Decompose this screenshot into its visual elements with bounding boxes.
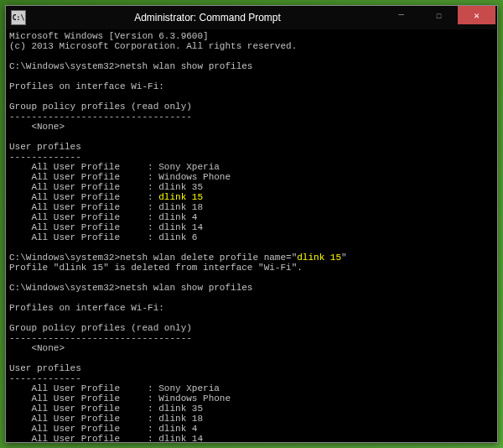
header-line-1: Microsoft Windows [Version 6.3.9600]: [9, 31, 209, 41]
profile-b5: dlink 4: [158, 424, 197, 434]
delete-result: Profile "dlink 15" is deleted from inter…: [9, 263, 303, 273]
profile-b4: dlink 18: [158, 414, 203, 424]
maximize-button[interactable]: ☐: [420, 6, 458, 24]
aup-b3: All User Profile :: [9, 404, 158, 414]
profile-4-highlight: dlink 15: [158, 192, 203, 202]
dashes-up-2: -------------: [9, 373, 81, 383]
command-2c: ": [341, 253, 347, 263]
dashes-gp-1: ---------------------------------: [9, 112, 192, 122]
profiles-on-2: Profiles on interface Wi-Fi:: [9, 303, 164, 313]
dashes-up-1: -------------: [9, 152, 81, 162]
aup-2: All User Profile :: [9, 172, 158, 182]
aup-b2: All User Profile :: [9, 393, 158, 404]
command-2a: netsh wlan delete profile name=": [120, 253, 297, 263]
profile-5: dlink 18: [158, 202, 203, 212]
terminal-area[interactable]: Microsoft Windows [Version 6.3.9600] (c)…: [6, 29, 497, 442]
none-1: <None>: [9, 122, 65, 132]
command-prompt-window: C:\ Administrator: Command Prompt ─ ☐ ✕ …: [5, 5, 498, 443]
profile-b1: Sony Xperia: [158, 383, 220, 393]
user-profiles-2: User profiles: [9, 363, 81, 373]
profile-1: Sony Xperia: [158, 162, 220, 172]
profile-3: dlink 35: [158, 182, 203, 192]
aup-b4: All User Profile :: [9, 414, 158, 424]
aup-6: All User Profile :: [9, 212, 158, 222]
prompt-2: C:\Windows\system32>: [9, 253, 120, 263]
user-profiles-1: User profiles: [9, 142, 81, 152]
profile-6: dlink 4: [158, 212, 197, 222]
aup-b5: All User Profile :: [9, 424, 158, 434]
command-1: netsh wlan show profiles: [120, 61, 252, 71]
prompt-3: C:\Windows\system32>: [9, 283, 120, 293]
profile-8: dlink 6: [158, 232, 197, 242]
group-policy-1: Group policy profiles (read only): [9, 102, 192, 112]
aup-7: All User Profile :: [9, 222, 158, 232]
aup-3: All User Profile :: [9, 182, 158, 192]
command-2b-highlight: dlink 15: [297, 253, 341, 263]
close-button[interactable]: ✕: [458, 6, 495, 24]
app-icon-label: C:\: [13, 14, 24, 22]
app-icon: C:\: [11, 10, 26, 25]
none-2: <None>: [9, 343, 65, 353]
aup-b1: All User Profile :: [9, 383, 158, 393]
aup-4: All User Profile :: [9, 192, 158, 202]
window-buttons: ─ ☐ ✕: [382, 6, 495, 29]
aup-8: All User Profile :: [9, 232, 158, 242]
minimize-button[interactable]: ─: [382, 6, 420, 24]
profiles-on-1: Profiles on interface Wi-Fi:: [9, 81, 164, 91]
group-policy-2: Group policy profiles (read only): [9, 323, 192, 333]
titlebar[interactable]: C:\ Administrator: Command Prompt ─ ☐ ✕: [6, 6, 497, 29]
aup-1: All User Profile :: [9, 162, 158, 172]
prompt-1: C:\Windows\system32>: [9, 61, 120, 71]
profile-b2: Windows Phone: [158, 393, 231, 404]
profile-b6: dlink 14: [158, 434, 203, 442]
aup-5: All User Profile :: [9, 202, 158, 212]
command-3: netsh wlan show profiles: [120, 283, 252, 293]
profile-2: Windows Phone: [158, 172, 231, 182]
window-title: Administrator: Command Prompt: [33, 12, 382, 23]
profile-7: dlink 14: [158, 222, 203, 232]
header-line-2: (c) 2013 Microsoft Corporation. All righ…: [9, 41, 297, 51]
aup-b6: All User Profile :: [9, 434, 158, 442]
profile-b3: dlink 35: [158, 404, 203, 414]
dashes-gp-2: ---------------------------------: [9, 333, 192, 343]
